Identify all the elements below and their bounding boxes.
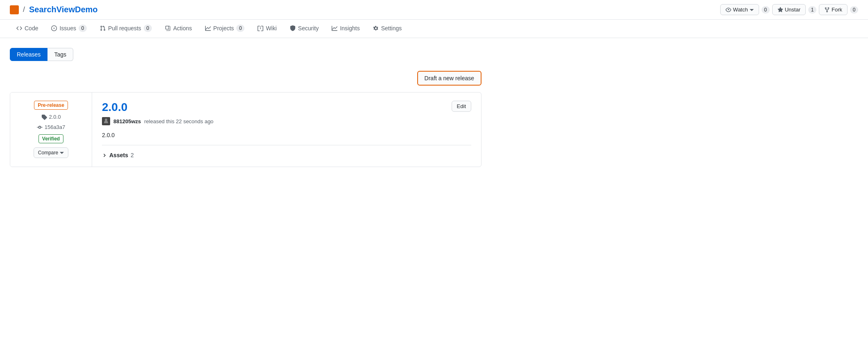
commit-info: 156a3a7 <box>37 124 66 130</box>
assets-toggle[interactable]: Assets 2 <box>102 152 471 158</box>
assets-label: Assets <box>109 152 128 158</box>
tag-icon <box>41 114 47 120</box>
release-sidebar: Pre-release 2.0.0 156a3a7 Verified Compa… <box>10 93 92 167</box>
tab-projects[interactable]: Projects 0 <box>199 20 251 38</box>
tab-wiki-label: Wiki <box>266 25 276 32</box>
header-actions: Watch 0 Unstar 1 Fork 0 <box>720 4 858 15</box>
pre-release-badge: Pre-release <box>34 101 68 110</box>
release-header-row: 2.0.0 Edit <box>102 101 471 114</box>
fork-button[interactable]: Fork <box>819 4 848 15</box>
draft-new-release-button[interactable]: Draft a new release <box>417 71 481 86</box>
draft-area: Draft a new release <box>10 71 481 86</box>
eye-icon <box>726 7 731 13</box>
issue-icon <box>51 25 57 31</box>
security-icon <box>290 25 296 31</box>
tab-actions-label: Actions <box>173 25 192 32</box>
tab-issues[interactable]: Issues 0 <box>45 20 93 38</box>
pr-icon <box>100 25 106 31</box>
compare-label: Compare <box>38 150 58 156</box>
issues-badge: 0 <box>79 25 87 32</box>
assets-chevron-icon <box>102 153 107 158</box>
avatar <box>102 117 110 125</box>
tag-info: 2.0.0 <box>41 114 61 120</box>
tab-security[interactable]: Security <box>283 20 326 37</box>
insights-icon <box>332 25 337 31</box>
releases-toggle: Releases Tags <box>10 48 481 61</box>
release-card: Pre-release 2.0.0 156a3a7 Verified Compa… <box>10 92 481 167</box>
watch-count: 0 <box>762 6 770 14</box>
commit-icon <box>37 124 43 130</box>
edit-release-button[interactable]: Edit <box>452 101 471 112</box>
svg-point-1 <box>105 119 107 121</box>
unstar-button[interactable]: Unstar <box>772 4 806 15</box>
watch-label: Watch <box>733 7 748 13</box>
star-icon <box>778 7 783 13</box>
repo-title: / SearchViewDemo <box>10 5 720 14</box>
tab-insights[interactable]: Insights <box>325 20 366 37</box>
tab-security-label: Security <box>298 25 319 32</box>
release-main: 2.0.0 Edit 881205wzs released this 22 se… <box>92 93 481 167</box>
fork-label: Fork <box>832 7 842 13</box>
fork-count: 0 <box>850 6 858 14</box>
tags-toggle-button[interactable]: Tags <box>47 48 73 61</box>
release-tag: 2.0.0 <box>49 114 61 120</box>
assets-count: 2 <box>131 152 134 158</box>
star-count: 1 <box>808 6 816 14</box>
settings-icon <box>373 25 379 31</box>
watch-button[interactable]: Watch <box>720 4 759 15</box>
projects-icon <box>205 25 211 31</box>
releases-toggle-button[interactable]: Releases <box>10 48 47 61</box>
owner-icon <box>10 5 19 14</box>
compare-dropdown-icon <box>60 151 64 155</box>
tab-actions[interactable]: Actions <box>158 20 199 37</box>
tab-pull-requests[interactable]: Pull requests 0 <box>93 20 158 38</box>
header: / SearchViewDemo Watch 0 Unstar 1 <box>0 0 868 20</box>
wiki-icon <box>258 25 263 31</box>
tab-settings[interactable]: Settings <box>366 20 409 37</box>
separator: / <box>23 5 25 14</box>
tab-settings-label: Settings <box>381 25 402 32</box>
release-meta: 881205wzs released this 22 seconds ago <box>102 117 471 125</box>
release-version: 2.0.0 <box>102 101 127 114</box>
nav-tabs: Code Issues 0 Pull requests 0 Actions Pr… <box>0 20 868 38</box>
fork-icon <box>824 7 830 13</box>
tab-insights-label: Insights <box>340 25 359 32</box>
released-text: released this 22 seconds ago <box>144 118 213 124</box>
release-description: 2.0.0 <box>102 132 471 145</box>
release-author[interactable]: 881205wzs <box>113 118 141 124</box>
projects-badge: 0 <box>236 25 244 32</box>
tab-code-label: Code <box>25 25 38 32</box>
tab-wiki[interactable]: Wiki <box>251 20 283 37</box>
compare-button[interactable]: Compare <box>34 147 68 158</box>
code-icon <box>16 25 22 31</box>
tab-issues-label: Issues <box>59 25 76 32</box>
repo-name-link[interactable]: SearchViewDemo <box>29 5 98 14</box>
tab-code[interactable]: Code <box>10 20 45 37</box>
dropdown-icon <box>750 8 754 12</box>
actions-icon <box>165 25 171 31</box>
tab-projects-label: Projects <box>213 25 234 32</box>
unstar-label: Unstar <box>785 7 800 13</box>
main-content: Releases Tags Draft a new release Pre-re… <box>0 38 491 183</box>
release-commit: 156a3a7 <box>45 124 66 130</box>
verified-badge: Verified <box>38 134 63 143</box>
pr-badge: 0 <box>144 25 152 32</box>
tab-pr-label: Pull requests <box>108 25 141 32</box>
